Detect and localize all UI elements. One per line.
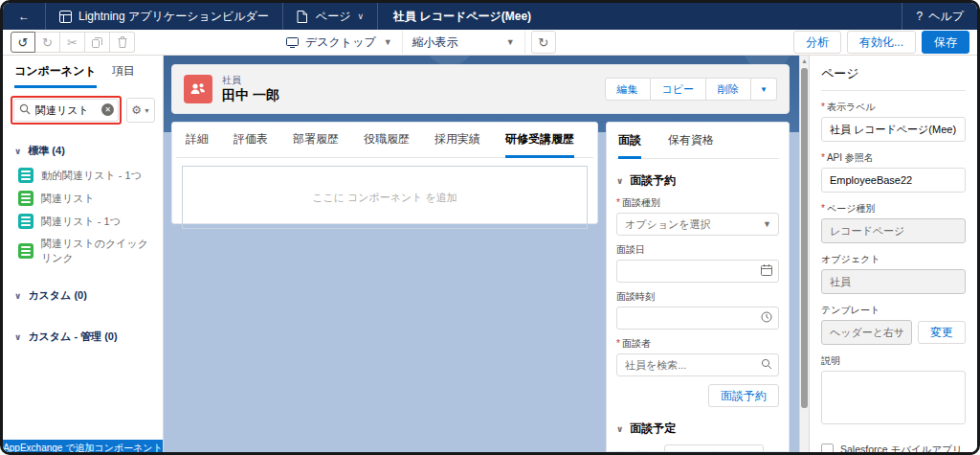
required-asterisk: *	[821, 102, 825, 112]
component-item[interactable]: 関連リストのクイックリンク	[3, 233, 163, 269]
checkbox-label: Salesforce モバイルアプリケーションのページiレベルの動的アクションを…	[840, 442, 966, 452]
save-button[interactable]: 保存	[922, 31, 969, 54]
appexchange-link[interactable]: AppExchange で追加コンポーネントを取得	[3, 440, 163, 452]
interviewer-search-input[interactable]	[616, 353, 779, 376]
evaluation-period-select[interactable]: 2025年度 ▼	[664, 444, 764, 452]
tab-evaluation[interactable]: 評価表	[234, 131, 268, 157]
section-custom-managed[interactable]: ∨ カスタム - 管理 (0)	[3, 308, 163, 350]
redo-button[interactable]: ↻	[35, 32, 60, 53]
section-standard[interactable]: ∨ 標準 (4)	[3, 130, 163, 164]
tab-hiring-results[interactable]: 採用実績	[434, 131, 480, 157]
page-label-input[interactable]	[821, 117, 966, 142]
required-asterisk: *	[821, 203, 825, 214]
back-button[interactable]: ←	[3, 3, 46, 30]
interview-booking-section[interactable]: ∨ 面談予約	[616, 172, 779, 189]
clear-search-icon[interactable]: ✕	[101, 103, 114, 116]
edit-button[interactable]: 編集	[605, 78, 651, 101]
description-field: 説明	[821, 354, 966, 428]
tab-department-history[interactable]: 部署履歴	[293, 131, 339, 157]
chevron-down-icon: ▼	[384, 37, 392, 47]
undo-button[interactable]: ↺	[11, 32, 35, 53]
record-highlights-panel[interactable]: 社員 田中 一郎 編集 コピー 削除 ▼	[171, 64, 790, 114]
interview-panel[interactable]: 面談 保有資格 ∨ 面談予約 *面談種別 ▼ 面談日	[606, 122, 790, 452]
tab-training-history[interactable]: 研修受講履歴	[505, 131, 574, 158]
record-tabs-panel[interactable]: 詳細 評価表 部署履歴 役職履歴 採用実績 研修受講履歴 ここに コンポーネント…	[171, 122, 598, 224]
delete-button[interactable]	[110, 32, 135, 53]
component-search-row: ✕ ⚙ ▼	[3, 88, 163, 130]
section-custom[interactable]: ∨ カスタム (0)	[3, 269, 163, 308]
sidebar-tabs: コンポーネント 項目	[3, 56, 163, 88]
zoom-selector[interactable]: 縮小表示 ▼	[403, 31, 525, 54]
cut-button[interactable]: ✂	[60, 32, 85, 53]
delete-button[interactable]: 削除	[706, 78, 751, 101]
components-sidebar: コンポーネント 項目 ✕ ⚙ ▼	[3, 56, 164, 452]
page-canvas: 社員 田中 一郎 編集 コピー 削除 ▼ 詳細 評価表 部署履歴 役職履歴 採用…	[164, 56, 809, 452]
tab-certifications[interactable]: 保有資格	[668, 132, 714, 158]
redo-icon: ↻	[42, 35, 53, 50]
page-type-input	[821, 218, 966, 243]
component-search: ✕	[13, 99, 119, 122]
tab-interview[interactable]: 面談	[618, 132, 641, 159]
app-builder-home[interactable]: Lightning アプリケーションビルダー	[46, 3, 283, 30]
scrollbar-thumb[interactable]	[801, 68, 808, 408]
tab-components[interactable]: コンポーネント	[14, 63, 97, 88]
object-input	[821, 269, 966, 294]
mobile-dynamic-actions-checkbox[interactable]	[821, 444, 834, 452]
related-list-icon	[18, 191, 33, 206]
calendar-icon[interactable]	[761, 264, 772, 276]
clock-icon[interactable]	[761, 311, 772, 323]
global-nav: ← Lightning アプリケーションビルダー ページ ∨ 社員 レコードペー…	[3, 3, 977, 30]
chevron-down-icon: ∨	[616, 424, 623, 434]
more-actions-button[interactable]: ▼	[751, 78, 777, 101]
interview-type-select[interactable]	[616, 213, 779, 236]
interview-date-field: 面談日	[616, 243, 779, 283]
tab-role-history[interactable]: 役職履歴	[364, 131, 410, 157]
activate-button[interactable]: 有効化...	[847, 31, 916, 54]
evaluation-period-label: 評価期間	[616, 449, 655, 452]
copy-button[interactable]	[85, 32, 110, 53]
page-icon	[297, 11, 309, 23]
change-template-button[interactable]: 変更	[918, 321, 966, 344]
record-name: 田中 一郎	[222, 87, 279, 104]
api-name-input[interactable]	[821, 168, 966, 193]
related-list-single-icon	[18, 214, 33, 229]
canvas-scrollbar[interactable]: ▲	[799, 56, 809, 452]
app-builder-title: Lightning アプリケーションビルダー	[78, 9, 269, 25]
help-button[interactable]: ? ヘルプ	[902, 3, 977, 30]
chevron-down-icon: ▼	[506, 37, 515, 47]
required-asterisk: *	[616, 338, 620, 349]
analyze-button[interactable]: 分析	[793, 31, 841, 54]
copy-button[interactable]: コピー	[651, 78, 707, 101]
interview-type-field: *面談種別 ▼	[616, 196, 779, 236]
tab-details[interactable]: 詳細	[186, 131, 209, 157]
interview-schedule-section[interactable]: ∨ 面談予定	[616, 421, 779, 437]
component-item[interactable]: 関連リスト	[3, 187, 163, 210]
refresh-button[interactable]: ↻	[531, 31, 556, 54]
device-selector[interactable]: デスクトップ ▼	[277, 31, 403, 54]
interviewer-field: *面談者	[616, 337, 779, 376]
red-highlight-annotation: ✕	[11, 96, 122, 125]
undo-icon: ↺	[18, 35, 29, 50]
chevron-down-icon: ▼	[760, 85, 768, 94]
builder-icon	[59, 11, 72, 23]
tab-fields[interactable]: 項目	[112, 63, 135, 88]
object-field: オブジェクト	[821, 253, 966, 294]
interview-date-input[interactable]	[616, 260, 779, 283]
app-builder-window: ← Lightning アプリケーションビルダー ページ ∨ 社員 レコードペー…	[0, 0, 980, 455]
chevron-down-icon: ∨	[14, 332, 21, 342]
device-value: デスクトップ	[305, 34, 376, 51]
scroll-up-icon[interactable]: ▲	[800, 56, 809, 64]
component-item[interactable]: 動的関連リスト - 1つ	[3, 164, 163, 187]
required-asterisk: *	[616, 197, 620, 208]
pages-menu[interactable]: ページ ∨	[283, 3, 378, 30]
component-settings-button[interactable]: ⚙ ▼	[126, 98, 155, 123]
description-textarea[interactable]	[821, 371, 966, 424]
interview-time-field: 面談時刻	[616, 290, 779, 330]
desktop-icon	[286, 37, 299, 48]
book-interview-button[interactable]: 面談予約	[708, 384, 779, 407]
related-list-quicklinks-icon	[18, 243, 33, 259]
page-title: 社員 レコードページ(Mee)	[378, 3, 546, 30]
interview-time-input[interactable]	[616, 307, 779, 330]
component-drop-zone[interactable]: ここに コンポーネント を追加	[182, 166, 588, 229]
component-item[interactable]: 関連リスト - 1つ	[3, 210, 163, 233]
